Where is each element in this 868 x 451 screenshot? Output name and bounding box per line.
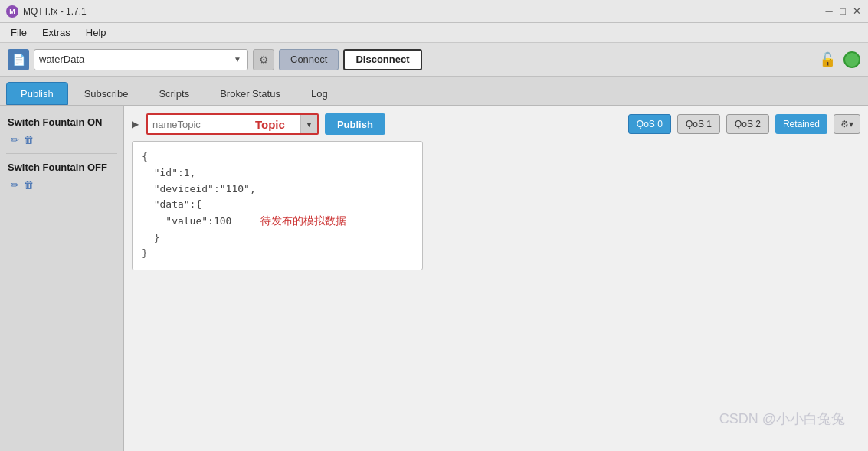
sidebar: Switch Fountain ON ✏ 🗑 Switch Fountain O… (0, 106, 124, 451)
menu-extras[interactable]: Extras (34, 25, 78, 40)
menu-help[interactable]: Help (78, 25, 114, 40)
message-editor[interactable]: { "id":1, "deviceid":"110", "data":{ "va… (132, 141, 423, 270)
tab-broker-status[interactable]: Broker Status (205, 82, 295, 105)
sidebar-item-1-actions: ✏ 🗑 (0, 178, 123, 195)
settings-button[interactable]: ⚙ (253, 49, 274, 70)
edit-button-0[interactable]: ✏ (11, 134, 19, 145)
minimize-button[interactable]: ─ (824, 6, 834, 17)
status-indicator (843, 51, 860, 68)
close-button[interactable]: ✕ (851, 6, 862, 17)
app-icon: M (6, 5, 18, 18)
window-controls: ─ □ ✕ (824, 6, 862, 17)
publish-toolbar: ▶ Topic ▼ Publish QoS 0 QoS 1 QoS 2 Reta… (132, 113, 860, 135)
delete-button-0[interactable]: 🗑 (24, 134, 34, 145)
broker-dropdown-btn[interactable]: ▼ (232, 55, 243, 64)
content-area: ▶ Topic ▼ Publish QoS 0 QoS 1 QoS 2 Reta… (124, 106, 868, 451)
connect-button[interactable]: Connect (279, 49, 339, 70)
tab-subscribe[interactable]: Subscribe (70, 82, 143, 105)
settings-options-button[interactable]: ⚙▾ (834, 114, 860, 134)
menu-file[interactable]: File (3, 25, 34, 40)
annotation-text: 待发布的模拟数据 (260, 215, 346, 227)
qos1-button[interactable]: QoS 1 (677, 114, 720, 134)
edit-button-1[interactable]: ✏ (11, 179, 19, 191)
maximize-button[interactable]: □ (837, 6, 848, 17)
delete-button-1[interactable]: 🗑 (24, 179, 34, 191)
sidebar-item-0[interactable]: Switch Fountain ON (0, 112, 123, 132)
sidebar-item-1[interactable]: Switch Fountain OFF (0, 157, 123, 178)
sidebar-divider (6, 153, 117, 154)
retained-button[interactable]: Retained (775, 114, 827, 134)
lock-icon: 🔓 (819, 51, 836, 68)
tab-scripts[interactable]: Scripts (144, 82, 204, 105)
topic-input-wrapper: Topic ▼ (146, 113, 319, 135)
tab-publish[interactable]: Publish (6, 82, 68, 105)
qos0-button[interactable]: QoS 0 (628, 114, 671, 134)
title-bar: M MQTT.fx - 1.7.1 ─ □ ✕ (0, 0, 868, 23)
tab-bar: Publish Subscribe Scripts Broker Status … (0, 77, 868, 106)
topic-input[interactable] (148, 119, 247, 130)
disconnect-button[interactable]: Disconnect (343, 49, 421, 70)
menu-bar: File Extras Help (0, 23, 868, 43)
topic-dropdown-btn[interactable]: ▼ (300, 115, 317, 133)
sidebar-item-0-actions: ✏ 🗑 (0, 132, 123, 150)
broker-input[interactable] (39, 54, 232, 65)
tab-log[interactable]: Log (296, 82, 342, 105)
publish-button[interactable]: Publish (325, 113, 385, 135)
broker-input-wrapper: ▼ (34, 49, 248, 70)
connection-bar: 📄 ▼ ⚙ Connect Disconnect 🔓 (0, 43, 868, 77)
app-title: MQTT.fx - 1.7.1 (23, 6, 824, 17)
main-area: Switch Fountain ON ✏ 🗑 Switch Fountain O… (0, 106, 868, 451)
connection-icon: 📄 (8, 49, 29, 70)
topic-label: Topic (247, 118, 300, 131)
expand-arrow-icon[interactable]: ▶ (132, 119, 139, 129)
qos2-button[interactable]: QoS 2 (726, 114, 769, 134)
